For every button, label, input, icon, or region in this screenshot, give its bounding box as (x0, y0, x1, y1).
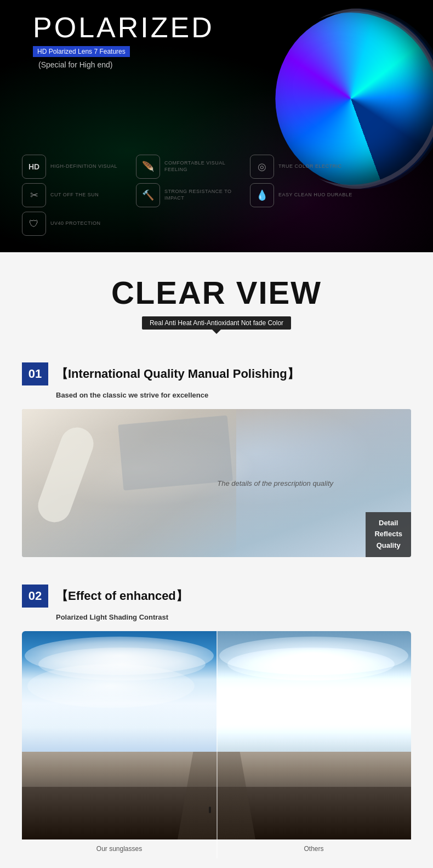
special-text: (Special for High end) (38, 60, 214, 69)
label-others: Others (216, 845, 411, 853)
detail-box-text: DetailReflectsQuality (374, 519, 402, 550)
cloud-left-3 (27, 664, 195, 708)
feature-item-clean: 💧 EASY CLEAN HUO DURABLE (250, 183, 360, 207)
feature-item-hd: HD HIGH-DEFINITION VISUAL (22, 155, 132, 179)
feature-item-comfortable: 🪶 COMFORTABLE VISUAL FEELING (136, 155, 246, 179)
quality-section: 01 【International Quality Manual Polishi… (0, 346, 433, 568)
uv40-icon-box: 🛡 (22, 212, 46, 236)
anti-heat-badge: Real Anti Heat Anti-Antioxidant Not fade… (142, 316, 291, 330)
contrast-image-container: Our sunglasses Others (22, 631, 411, 858)
feature-label-truecolor: TRUE COLOR ELECTRIC (278, 163, 342, 170)
feature-label-comfortable: COMFORTABLE VISUAL FEELING (164, 160, 246, 173)
hd-icon-box: HD (22, 155, 46, 179)
cutoff-icon-box: ✂ (22, 183, 46, 207)
image-caption: The details of the prescription quality (217, 479, 333, 487)
label-our-sunglasses: Our sunglasses (22, 845, 216, 853)
contrast-left (22, 631, 216, 752)
section-02-number: 02 (22, 585, 48, 608)
clear-view-title: CLEAR VIEW (11, 274, 422, 311)
feature-label-cutoff: CUT OFF THE SUN (50, 192, 99, 198)
section-01-title: 【International Quality Manual Polishing】 (56, 366, 299, 382)
hero-content: POLARIZED HD Polarized Lens 7 Features (… (33, 11, 214, 69)
hero-section: POLARIZED HD Polarized Lens 7 Features (… (0, 0, 433, 252)
enhanced-section: 02 【Effect of enhanced】 Polarized Light … (0, 568, 433, 868)
feature-item-truecolor: ◎ TRUE COLOR ELECTRIC (250, 155, 360, 179)
person-figure (209, 807, 211, 813)
clean-icon-box: 💧 (250, 183, 274, 207)
quality-image-container: The details of the prescription quality … (22, 409, 411, 557)
feature-item-impact: 🔨 STRONG RESISTANCE TO IMPACT (136, 183, 246, 207)
comfortable-icon-box: 🪶 (136, 155, 160, 179)
glasses-frame-sim (118, 416, 233, 491)
feature-item-uv40: 🛡 UV40 PROTECTION (22, 212, 132, 236)
feature-label-impact: STRONG RESISTANCE TO IMPACT (164, 189, 246, 201)
divider-line (216, 631, 218, 858)
contrast-top (22, 631, 411, 752)
contrast-right (216, 631, 411, 752)
section-02-subtitle: Polarized Light Shading Contrast (56, 613, 411, 621)
feature-label-uv40: UV40 PROTECTION (50, 220, 101, 227)
feature-item-cutoff: ✂ CUT OFF THE SUN (22, 183, 132, 207)
polarized-title: POLARIZED (33, 11, 214, 44)
features-grid: HD HIGH-DEFINITION VISUAL 🪶 COMFORTABLE … (22, 155, 360, 236)
clear-view-section: CLEAR VIEW Real Anti Heat Anti-Antioxida… (0, 252, 433, 346)
cloud-right-2 (227, 648, 395, 680)
hd-badge: HD Polarized Lens 7 Features (33, 46, 130, 57)
section-02-header: 02 【Effect of enhanced】 (22, 585, 411, 608)
feature-label-hd: HIGH-DEFINITION VISUAL (50, 163, 117, 170)
section-01-number: 01 (22, 362, 48, 385)
feature-label-clean: EASY CLEAN HUO DURABLE (278, 192, 352, 198)
impact-icon-box: 🔨 (136, 183, 160, 207)
truecolor-icon-box: ◎ (250, 155, 274, 179)
section-01-header: 01 【International Quality Manual Polishi… (22, 362, 411, 385)
quality-detail-box: DetailReflectsQuality (366, 512, 411, 557)
section-02-title: 【Effect of enhanced】 (56, 588, 188, 604)
section-01-subtitle: Based on the classic we strive for excel… (56, 391, 411, 399)
